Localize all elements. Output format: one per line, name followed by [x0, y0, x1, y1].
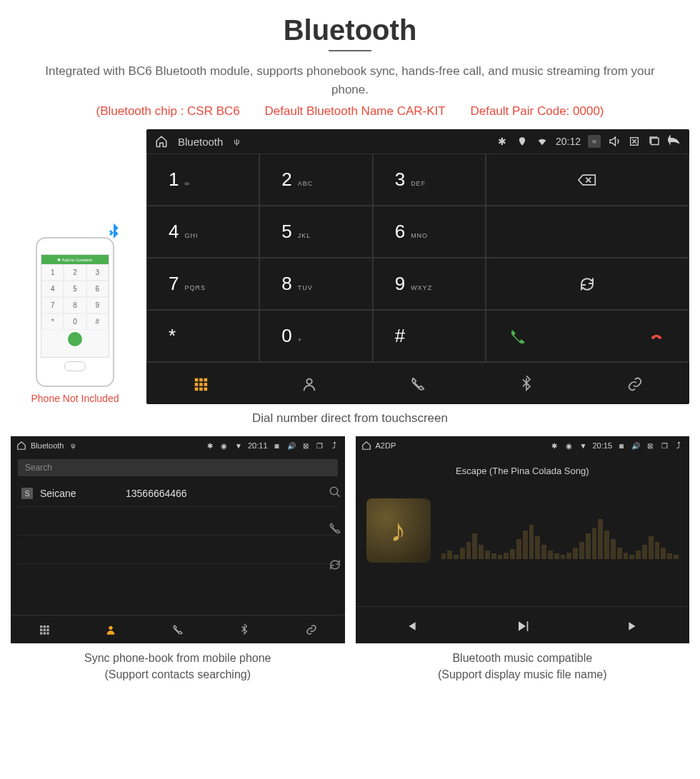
statusbar-title: Bluetooth — [31, 441, 64, 450]
close-icon[interactable]: ⊠ — [645, 441, 655, 451]
svg-rect-11 — [199, 388, 203, 391]
wifi-icon: ▼ — [578, 441, 588, 451]
svg-rect-17 — [46, 625, 49, 628]
close-icon[interactable] — [628, 135, 641, 148]
phone-home-button — [64, 361, 86, 371]
tab-keypad[interactable] — [146, 363, 255, 404]
phone-mockup: ✱ Add to Contacts 123456789*0# — [36, 237, 114, 387]
svg-point-24 — [109, 626, 113, 630]
search-input[interactable]: Search — [18, 459, 338, 476]
dialer-key-0[interactable]: 0+ — [259, 310, 372, 362]
dialer-key-#[interactable]: # — [373, 310, 486, 362]
tab-history[interactable] — [144, 615, 211, 643]
phone-caption: Phone Not Included — [11, 393, 139, 404]
back-icon[interactable]: ⤴ — [329, 441, 339, 451]
home-icon[interactable] — [361, 441, 371, 451]
svg-rect-9 — [204, 383, 208, 386]
play-pause-button[interactable] — [466, 607, 578, 643]
location-icon: ◉ — [219, 441, 229, 451]
back-icon[interactable] — [668, 135, 681, 148]
svg-point-14 — [330, 488, 338, 496]
svg-rect-21 — [40, 633, 42, 635]
svg-rect-6 — [204, 378, 208, 382]
svg-rect-0 — [593, 141, 596, 143]
dialer-key-3[interactable]: 3DEF — [373, 154, 486, 206]
prev-button[interactable] — [356, 607, 467, 643]
contact-badge: S — [21, 488, 33, 499]
album-art-icon: ♪ — [366, 498, 431, 563]
phone-key: 2 — [64, 264, 86, 281]
song-title: Escape (The Pina Colada Song) — [456, 466, 589, 476]
tab-contacts[interactable] — [255, 363, 364, 404]
camera-icon[interactable]: ◙ — [616, 441, 626, 451]
statusbar-time: 20:15 — [592, 441, 612, 450]
backspace-button[interactable] — [486, 154, 689, 206]
phone-key: 0 — [64, 313, 86, 330]
camera-icon[interactable]: ◙ — [272, 441, 282, 451]
spec-name: Default Bluetooth Name CAR-KIT — [264, 104, 445, 118]
phone-key: 6 — [86, 281, 109, 297]
contacts-screen: Bluetooth ψ ✱ ◉ ▼ 20:11 ◙ 🔊 ⊠ ❐ ⤴ Search… — [11, 436, 345, 643]
home-icon[interactable] — [155, 135, 168, 148]
windows-icon[interactable]: ❐ — [659, 441, 669, 451]
wifi-icon: ▼ — [234, 441, 244, 451]
tab-keypad[interactable] — [11, 615, 78, 643]
music-visualizer — [441, 502, 679, 559]
contact-number: 13566664466 — [126, 488, 187, 499]
contacts-statusbar: Bluetooth ψ ✱ ◉ ▼ 20:11 ◙ 🔊 ⊠ ❐ ⤴ — [11, 436, 345, 455]
contact-list-item[interactable]: S Seicane 13566664466 — [18, 481, 338, 507]
dialer-key-1[interactable]: 1∞ — [146, 154, 259, 206]
call-button[interactable] — [509, 325, 527, 348]
volume-icon[interactable] — [608, 135, 621, 148]
dialer-caption: Dial number direct from touchscreen — [0, 404, 700, 436]
home-icon[interactable] — [16, 441, 26, 451]
dialer-key-7[interactable]: 7PQRS — [146, 258, 259, 310]
dialer-key-5[interactable]: 5JKL — [259, 206, 372, 258]
tab-pair[interactable] — [581, 363, 689, 404]
svg-rect-15 — [40, 625, 42, 628]
contacts-caption: Sync phone-book from mobile phone (Suppo… — [11, 643, 345, 686]
svg-rect-3 — [651, 139, 659, 145]
location-icon: ◉ — [564, 441, 574, 451]
bluetooth-icon: ✱ — [496, 135, 509, 148]
contact-list-item — [18, 507, 338, 536]
volume-icon[interactable]: 🔊 — [286, 441, 296, 451]
usb-icon: ψ — [230, 135, 243, 148]
dialer-key-2[interactable]: 2ABC — [259, 154, 372, 206]
tab-history[interactable] — [364, 363, 472, 404]
phone-key: 7 — [41, 297, 64, 313]
dialer-key-8[interactable]: 8TUV — [259, 258, 372, 310]
svg-rect-8 — [199, 383, 203, 386]
bluetooth-icon: ✱ — [549, 441, 559, 451]
specs-row: (Bluetooth chip : CSR BC6 Default Blueto… — [0, 99, 700, 129]
tab-pair[interactable] — [278, 615, 345, 643]
hangup-button[interactable] — [646, 326, 666, 346]
contact-list-item — [18, 536, 338, 564]
dialer-screen: Bluetooth ψ ✱ 20:12 1∞2ABC3DEF4GHI5JKL6M… — [146, 129, 689, 404]
camera-icon[interactable] — [588, 135, 601, 148]
windows-icon[interactable] — [648, 135, 661, 148]
dialer-statusbar: Bluetooth ψ ✱ 20:12 — [146, 129, 689, 154]
volume-icon[interactable]: 🔊 — [631, 441, 641, 451]
tab-bluetooth[interactable] — [211, 615, 279, 643]
svg-rect-23 — [46, 633, 49, 635]
close-icon[interactable]: ⊠ — [301, 441, 311, 451]
dialer-bottom-tabs — [146, 362, 689, 404]
next-button[interactable] — [578, 607, 689, 643]
dialer-key-6[interactable]: 6MNO — [373, 206, 486, 258]
tab-contacts[interactable] — [78, 615, 145, 643]
svg-rect-12 — [204, 388, 208, 391]
search-icon[interactable] — [329, 484, 341, 499]
dialer-key-9[interactable]: 9WXYZ — [373, 258, 486, 310]
dialer-key-*[interactable]: * — [146, 310, 259, 362]
back-icon[interactable]: ⤴ — [674, 441, 684, 451]
tab-bluetooth[interactable] — [472, 363, 581, 404]
call-icon[interactable] — [329, 521, 341, 536]
sync-icon[interactable] — [329, 557, 341, 572]
redial-button[interactable] — [486, 258, 689, 310]
svg-point-13 — [306, 379, 311, 384]
dialer-key-4[interactable]: 4GHI — [146, 206, 259, 258]
windows-icon[interactable]: ❐ — [315, 441, 325, 451]
contacts-bottom-tabs — [11, 615, 345, 643]
phone-key: 1 — [41, 264, 64, 281]
